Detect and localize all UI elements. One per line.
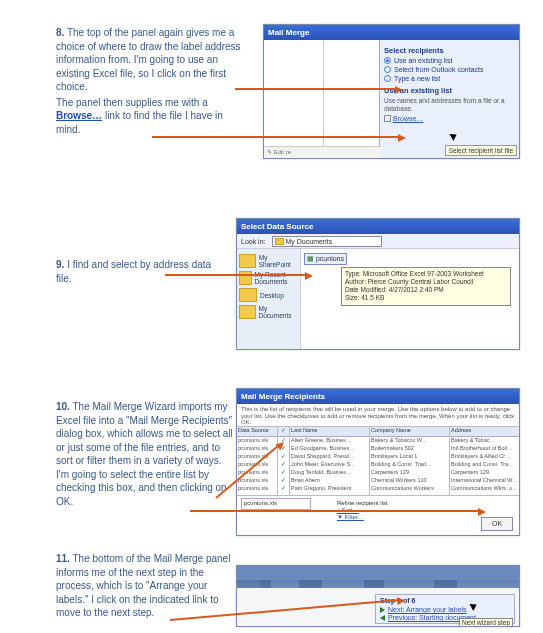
browse-tooltip: Select recipient list file	[445, 145, 517, 156]
row-checkbox[interactable]: ✓	[280, 461, 287, 468]
use-existing-list-desc: Use names and addresses from a file or a…	[384, 97, 515, 113]
table-row[interactable]: Intl Brotherhood of Boil…	[450, 445, 519, 453]
row-checkbox[interactable]: ✓	[280, 485, 287, 492]
filename: pcunions	[316, 255, 344, 262]
table-row[interactable]: Allen Greene, Busines…	[290, 437, 369, 445]
radio-icon	[384, 57, 391, 64]
document-left-pane	[264, 40, 324, 158]
option-type-new-label: Type a new list	[394, 75, 440, 82]
file-pcunions[interactable]: ▦ pcunions	[304, 253, 347, 265]
table-row[interactable]: Brian Ahern	[290, 477, 369, 485]
browse-link-in-text: Browse…	[56, 110, 102, 121]
step-11-text: 11. The bottom of the Mail Merge panel i…	[56, 552, 231, 620]
callout-arrow	[190, 510, 480, 512]
table-row[interactable]: Bricklayers Local 1	[370, 453, 449, 461]
arrow-left-icon	[380, 615, 385, 621]
look-in-row: Look in: My Documents	[237, 234, 519, 249]
document-mid-pane	[324, 40, 381, 158]
cursor-icon	[451, 132, 459, 142]
table-row[interactable]: International Chemical W…	[450, 477, 519, 485]
table-row[interactable]: Building and Const. Tra…	[450, 461, 519, 469]
next-step-link[interactable]: Next: Arrange your labels	[380, 606, 510, 613]
step-10-text: 10. The Mail Merge Wizard imports my Exc…	[56, 400, 236, 508]
radio-icon	[384, 75, 391, 82]
table-row[interactable]: pcunions.xls	[237, 477, 277, 485]
option-existing-list-label: Use an existing list	[394, 57, 452, 64]
next-label: Next: Arrange your labels	[388, 606, 467, 613]
look-in-value: My Documents	[286, 238, 333, 245]
col-header-source[interactable]: Data Source	[237, 427, 277, 437]
step-8-screenshot: Mail Merge Select recipients Use an exis…	[263, 24, 520, 159]
places-bar: My SharePoint My Recent Documents Deskto…	[237, 249, 301, 349]
col-header-name[interactable]: Last Name	[290, 427, 369, 437]
table-row[interactable]: Ed Goodgame, Busines…	[290, 445, 369, 453]
mail-merge-panel-title: Mail Merge	[264, 25, 519, 40]
table-row[interactable]: Carpenters 129	[370, 469, 449, 477]
step-10-number: 10.	[56, 401, 70, 412]
background-art	[237, 566, 519, 588]
excel-icon: ▦	[307, 255, 314, 262]
step-10-body: The Mail Merge Wizard imports my Excel f…	[56, 401, 233, 507]
table-row[interactable]: Patti Gregorio, President	[290, 485, 369, 493]
step-9-text: 9. I find and select by address data fil…	[56, 258, 226, 285]
table-row[interactable]: Boilermakers 502	[370, 445, 449, 453]
folder-icon	[275, 238, 284, 245]
ok-button[interactable]: OK	[481, 517, 513, 531]
arrow-right-icon	[380, 607, 385, 613]
place-sharepoint[interactable]: My SharePoint	[239, 254, 298, 268]
row-checkbox[interactable]: ✓	[280, 453, 287, 460]
option-outlook-label: Select from Outlook contacts	[394, 66, 483, 73]
browse-label: Browse…	[393, 115, 423, 122]
mail-merge-recipients-title: Mail Merge Recipients	[237, 389, 519, 404]
look-in-dropdown[interactable]: My Documents	[272, 236, 382, 247]
browse-link[interactable]: Browse…	[384, 115, 423, 122]
table-row[interactable]: pcunions.xls	[237, 437, 277, 445]
table-row[interactable]: Building & Const. Trad…	[370, 461, 449, 469]
select-data-source-title: Select Data Source	[237, 219, 519, 234]
filter-link[interactable]: ▼ Filter…	[337, 514, 388, 520]
step-9-body: I find and select by address data file.	[56, 259, 211, 284]
file-list-pane[interactable]: ▦ pcunions Type: Microsoft Office Excel …	[301, 249, 519, 349]
table-row[interactable]: pcunions.xls	[237, 485, 277, 493]
table-row[interactable]: pcunions.xls	[237, 453, 277, 461]
table-row[interactable]: Communications Workers	[370, 485, 449, 493]
option-outlook-contacts[interactable]: Select from Outlook contacts	[384, 66, 515, 73]
edit-recipients-hint: ✎ Edit re	[264, 146, 381, 158]
browse-icon	[384, 115, 391, 122]
radio-icon	[384, 66, 391, 73]
recipients-grid[interactable]: Data Source pcunions.xls pcunions.xls pc…	[237, 426, 519, 496]
look-in-label: Look in:	[241, 238, 266, 245]
select-recipients-heading: Select recipients	[384, 46, 515, 55]
table-row[interactable]: Communications Wkrs. o…	[450, 485, 519, 493]
dialog-description: This is the list of recipients that will…	[237, 404, 519, 428]
col-header-company[interactable]: Company Name	[370, 427, 449, 437]
table-row[interactable]: David Sheppard, Presid…	[290, 453, 369, 461]
row-checkbox[interactable]: ✓	[280, 477, 287, 484]
table-row[interactable]: Bakery & Tobac…	[450, 437, 519, 445]
col-header-address[interactable]: Address	[450, 427, 519, 437]
option-existing-list[interactable]: Use an existing list	[384, 57, 515, 64]
callout-arrow	[152, 136, 400, 138]
row-checkbox[interactable]: ✓	[280, 469, 287, 476]
table-row[interactable]: John Meier, Executive S…	[290, 461, 369, 469]
step-9-number: 9.	[56, 259, 64, 270]
col-header-check[interactable]: ✓	[278, 427, 289, 437]
table-row[interactable]: Doug Tenfold, Busines…	[290, 469, 369, 477]
dialog-footer: pcunions.xls Refine recipient list ↕ Sor…	[237, 495, 519, 535]
step-11-body: The bottom of the Mail Merge panel infor…	[56, 553, 230, 618]
step-8-body-a: The top of the panel again gives me a ch…	[56, 27, 241, 92]
folder-icon	[239, 254, 256, 268]
table-row[interactable]: Carpenters 129	[450, 469, 519, 477]
step-9-screenshot: Select Data Source Look in: My Documents…	[236, 218, 520, 350]
step-11-screenshot: Step 3 of 6 Next: Arrange your labels Pr…	[236, 565, 520, 627]
option-type-new-list[interactable]: Type a new list	[384, 75, 515, 82]
file-tooltip: Type: Microsoft Office Excel 97-2003 Wor…	[341, 267, 511, 306]
place-mydocs[interactable]: My Documents	[239, 305, 298, 319]
table-row[interactable]: Bricklayers & Allied Cr…	[450, 453, 519, 461]
data-source-box[interactable]: pcunions.xls	[241, 498, 311, 510]
step-8-text: 8. The top of the panel again gives me a…	[56, 26, 246, 136]
table-row[interactable]: Chemical Workers 110	[370, 477, 449, 485]
callout-arrow	[165, 274, 307, 276]
table-row[interactable]: Bakery & Tobacco W…	[370, 437, 449, 445]
place-desktop[interactable]: Desktop	[239, 288, 298, 302]
